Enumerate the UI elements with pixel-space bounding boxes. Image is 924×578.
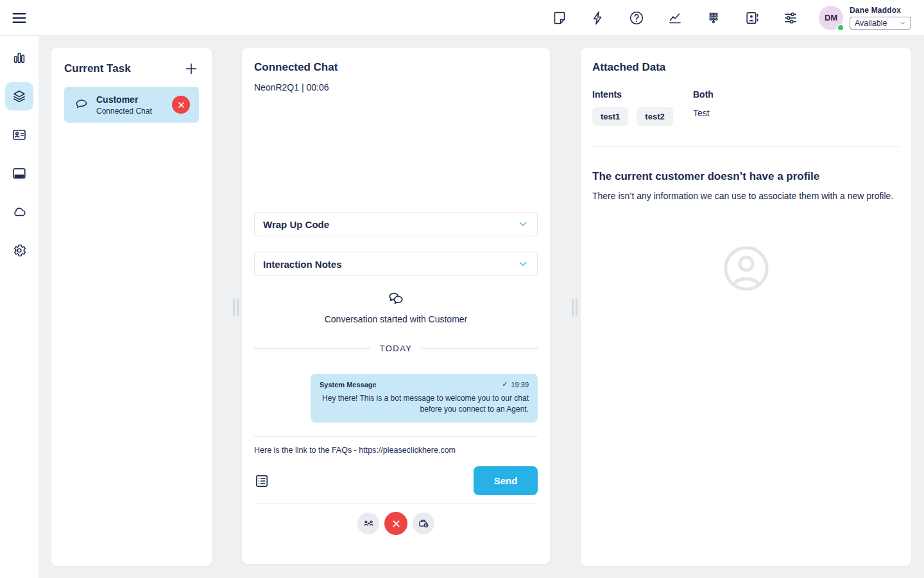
bar-chart-icon [12,50,27,66]
status-select[interactable]: Available [850,17,911,30]
system-message-bubble: System Message ✓ 19:39 Hey there! This i… [311,374,538,423]
topbar: DM Dane Maddox Available [0,0,924,36]
message-text: Hey there! This is a bot message to welc… [320,393,529,415]
chat-actions [254,512,538,535]
task-title: Customer [96,94,172,105]
attached-data-panel: Attached Data Intents test1 test2 Both T… [581,48,911,566]
delivered-check-icon: ✓ [502,380,508,389]
device-clock-button[interactable] [413,512,434,534]
chevron-down-icon [900,20,906,26]
chevron-down-icon [517,218,529,230]
topbar-icons [552,10,798,26]
gear-icon [12,243,27,258]
wrap-up-code-accordion[interactable]: Wrap Up Code [254,212,538,236]
avatar-initials: DM [825,13,837,22]
interaction-notes-accordion[interactable]: Interaction Notes [254,252,538,276]
close-icon [177,101,185,109]
analytics-icon[interactable] [667,10,683,26]
settings-sliders-icon[interactable] [783,10,798,26]
current-task-panel: Current Task Customer Connected Chat [51,48,212,566]
both-value: Test [693,108,714,118]
message-input[interactable]: Here is the link to the FAQs - https://p… [254,446,538,456]
note-icon[interactable] [552,10,567,26]
sidebar-item-contact-card[interactable] [5,121,33,149]
avatar[interactable]: DM [819,6,843,30]
message-time: 19:39 [511,381,529,389]
day-divider-label: TODAY [379,344,412,353]
section-divider [592,146,900,147]
no-profile-title: The current customer doesn’t have a prof… [592,170,900,183]
panel-resize-handle-left[interactable] [233,299,240,317]
user-info: Dane Maddox Available [850,6,911,30]
no-profile-body: There isn’t any information we can use t… [592,189,899,203]
help-icon[interactable] [629,10,644,26]
contact-card-icon [12,127,27,143]
hamburger-menu-icon[interactable] [11,10,28,26]
quick-actions-icon[interactable] [590,10,606,26]
dialpad-icon[interactable] [706,10,721,26]
close-icon [391,519,401,529]
message-sender: System Message [320,381,377,389]
end-chat-button[interactable] [384,512,407,535]
task-card[interactable]: Customer Connected Chat [64,87,199,123]
layers-icon [12,89,27,104]
panel-resize-handle-right[interactable] [572,299,579,317]
message-meta: ✓ 19:39 [502,380,529,389]
send-button[interactable]: Send [474,466,538,495]
transfer-button[interactable] [357,512,379,534]
contacts-icon[interactable] [744,10,760,26]
conversation-start-banner: Conversation started with Customer [254,290,538,324]
status-select-value: Available [855,19,887,28]
cloud-icon [12,204,27,220]
window-icon [12,166,27,181]
connected-chat-panel: Connected Chat NeonR2Q1 | 00:06 Wrap Up … [242,48,550,564]
intents-label: Intents [592,89,693,100]
intent-tag: test1 [592,107,628,126]
send-row: Send [254,466,538,495]
sidebar-item-apps-window[interactable] [5,159,33,188]
chat-bubble-icon [74,98,89,112]
wrap-up-code-label: Wrap Up Code [263,219,329,230]
transfer-icon [363,518,375,530]
input-divider [254,436,538,437]
user-name: Dane Maddox [850,6,911,15]
day-divider: TODAY [254,344,538,353]
task-texts: Customer Connected Chat [96,94,172,116]
left-rail [0,36,38,578]
add-task-button[interactable] [184,61,199,76]
double-chat-bubbles-icon [387,290,405,308]
end-task-button[interactable] [172,96,190,114]
content-area: Current Task Customer Connected Chat Con… [38,36,924,578]
interaction-notes-label: Interaction Notes [263,259,342,270]
divider-line [254,348,370,349]
sidebar-item-tasks[interactable] [5,82,33,110]
current-task-title: Current Task [64,62,131,75]
both-label: Both [693,89,714,100]
intent-tag: test2 [637,107,672,126]
task-subtitle: Connected Chat [96,107,172,116]
intents-tags: test1 test2 [592,107,693,126]
sidebar-item-settings[interactable] [5,236,33,265]
sidebar-item-cloud[interactable] [5,198,33,226]
user-area: DM Dane Maddox Available [819,6,911,30]
chat-session-info: NeonR2Q1 | 00:06 [254,82,538,92]
profile-placeholder-icon [719,241,773,295]
attached-data-grid: Intents test1 test2 Both Test [592,89,900,126]
status-dot-icon [837,24,844,31]
actions-divider [254,503,538,504]
canned-responses-icon[interactable] [254,473,270,489]
chevron-down-icon [517,258,529,270]
device-clock-icon [418,518,430,530]
divider-line [422,348,538,349]
chat-panel-title: Connected Chat [254,61,538,74]
attached-data-title: Attached Data [592,61,900,74]
sidebar-item-dashboard[interactable] [5,44,33,72]
conversation-start-text: Conversation started with Customer [325,314,468,324]
